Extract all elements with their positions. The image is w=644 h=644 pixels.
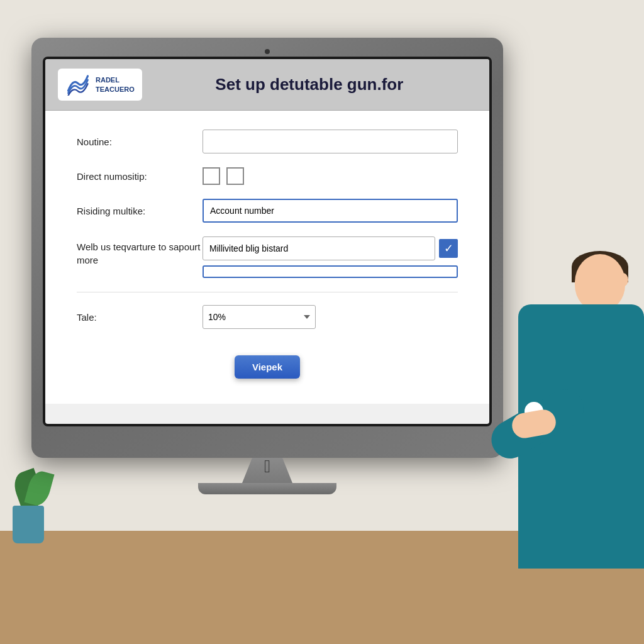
- logo-icon: [65, 74, 91, 96]
- input-millivited[interactable]: [203, 236, 435, 260]
- plant-pot: [13, 506, 44, 543]
- welb-inputs: ✓: [203, 236, 458, 278]
- person: [518, 254, 644, 569]
- checkbox-2[interactable]: [226, 167, 244, 185]
- form-row-risiding: Risiding multike:: [77, 199, 458, 223]
- form-divider: [77, 292, 458, 292]
- welb-input-row1: ✓: [203, 236, 458, 260]
- label-noutine: Noutine:: [77, 136, 203, 147]
- select-tale[interactable]: 10% 20% 30%: [203, 305, 316, 329]
- label-risiding: Risiding multike:: [77, 206, 203, 216]
- form-body: Noutine: Direct numositip:: [45, 111, 489, 404]
- checkbox-group: [203, 167, 244, 185]
- logo-box: RADEL TEACUERO: [58, 69, 142, 101]
- submit-row: Viepek: [77, 343, 458, 385]
- form-row-noutine: Noutine:: [77, 130, 458, 153]
- apple-logo-icon: : [31, 457, 503, 477]
- form-row-welb: Welb us teqvarture to sapourt more ✓: [77, 236, 458, 278]
- checkbox-1[interactable]: [203, 167, 220, 185]
- form-row-tale: Tale: 10% 20% 30%: [77, 305, 458, 329]
- form-row-direct: Direct numositip:: [77, 167, 458, 185]
- background-scene: RADEL TEACUERO Set up detutable gun.for …: [0, 0, 644, 644]
- input-welb-second[interactable]: [203, 265, 458, 278]
- screen: RADEL TEACUERO Set up detutable gun.for …: [45, 59, 489, 424]
- logo-text: RADEL TEACUERO: [96, 75, 135, 94]
- imac-bezel: RADEL TEACUERO Set up detutable gun.for …: [31, 38, 503, 458]
- page-title: Set up detutable gun.for: [142, 75, 477, 94]
- check-icon: ✓: [439, 239, 458, 258]
- input-account-number[interactable]: [203, 199, 458, 223]
- person-ear: [617, 273, 628, 287]
- imac-monitor: RADEL TEACUERO Set up detutable gun.for …: [31, 38, 503, 494]
- camera-dot: [265, 49, 270, 54]
- label-tale: Tale:: [77, 312, 203, 323]
- stand-base: [198, 483, 336, 494]
- input-noutine[interactable]: [203, 130, 458, 153]
- screen-header: RADEL TEACUERO Set up detutable gun.for: [45, 59, 489, 111]
- label-direct: Direct numositip:: [77, 171, 203, 182]
- label-welb: Welb us teqvarture to sapourt more: [77, 236, 203, 267]
- screen-bezel: RADEL TEACUERO Set up detutable gun.for …: [43, 57, 492, 426]
- submit-button[interactable]: Viepek: [235, 355, 300, 379]
